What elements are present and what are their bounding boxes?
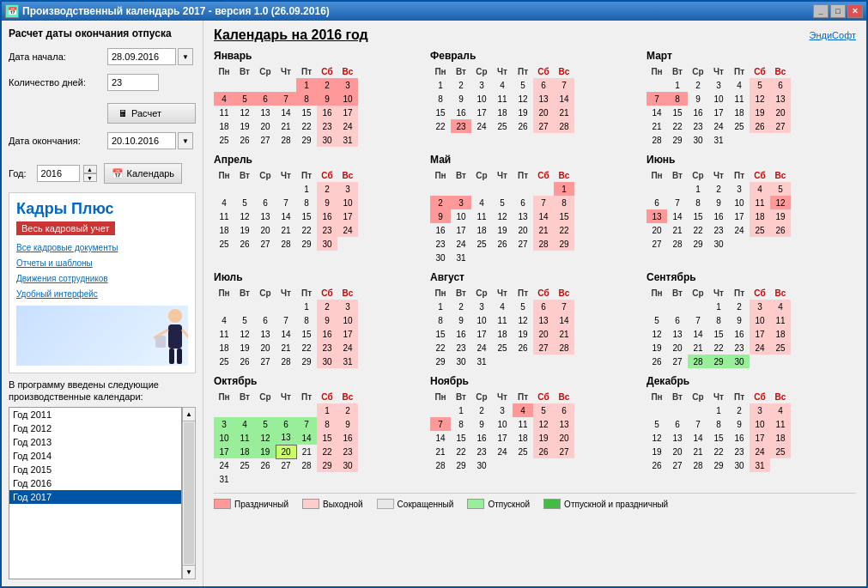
cal-day[interactable]: 26 xyxy=(234,237,255,251)
cal-day[interactable]: 9 xyxy=(729,313,750,327)
cal-day[interactable]: 28 xyxy=(533,237,554,251)
cal-day[interactable]: 20 xyxy=(667,445,688,458)
cal-day[interactable]: 1 xyxy=(317,403,337,417)
cal-day[interactable]: 10 xyxy=(729,196,750,209)
close-button[interactable]: ✕ xyxy=(847,4,863,18)
cal-day[interactable]: 18 xyxy=(729,106,750,119)
cal-day[interactable]: 21 xyxy=(667,223,688,237)
cal-day[interactable]: 13 xyxy=(255,106,276,119)
cal-day[interactable]: 11 xyxy=(729,92,750,106)
list-item-2014[interactable]: Год 2014 xyxy=(9,449,181,463)
cal-day[interactable]: 3 xyxy=(337,300,358,313)
cal-day[interactable]: 28 xyxy=(276,355,296,368)
cal-day[interactable]: 22 xyxy=(430,341,451,355)
cal-day[interactable]: 13 xyxy=(533,92,554,106)
cal-day[interactable]: 1 xyxy=(667,78,688,92)
cal-day[interactable]: 20 xyxy=(255,223,276,237)
cal-day[interactable]: 3 xyxy=(708,78,729,92)
scroll-up-button[interactable]: ▲ xyxy=(183,408,195,421)
cal-day[interactable]: 21 xyxy=(276,223,296,237)
cal-day[interactable]: 15 xyxy=(667,106,688,119)
cal-day[interactable]: 15 xyxy=(554,209,574,223)
cal-day[interactable]: 3 xyxy=(451,196,471,209)
cal-day[interactable]: 7 xyxy=(554,78,574,92)
cal-day[interactable]: 24 xyxy=(492,445,513,458)
cal-day[interactable]: 19 xyxy=(770,209,791,223)
cal-day[interactable]: 1 xyxy=(430,300,451,313)
cal-day[interactable]: 13 xyxy=(255,209,276,223)
cal-day[interactable]: 16 xyxy=(708,209,729,223)
calc-button[interactable]: 🖩 Расчет xyxy=(107,103,196,124)
cal-day[interactable]: 23 xyxy=(430,237,451,251)
list-item-2013[interactable]: Год 2013 xyxy=(9,435,181,449)
cal-day[interactable]: 5 xyxy=(646,417,667,431)
cal-day[interactable]: 6 xyxy=(646,196,667,209)
cal-day[interactable]: 5 xyxy=(255,417,276,431)
cal-day[interactable]: 18 xyxy=(770,327,791,341)
promo-link-1[interactable]: Все кадровые документы xyxy=(16,240,188,256)
cal-day[interactable]: 25 xyxy=(750,223,770,237)
cal-day[interactable]: 13 xyxy=(667,431,688,445)
cal-day[interactable]: 30 xyxy=(337,458,358,472)
cal-day[interactable]: 9 xyxy=(317,92,337,106)
days-field[interactable] xyxy=(107,74,159,91)
cal-day[interactable]: 21 xyxy=(688,341,708,355)
cal-day[interactable]: 20 xyxy=(646,223,667,237)
cal-day[interactable]: 1 xyxy=(296,182,317,196)
cal-day[interactable]: 19 xyxy=(750,106,770,119)
year-down[interactable]: ▼ xyxy=(83,173,97,182)
cal-day[interactable]: 9 xyxy=(471,417,492,431)
cal-day[interactable]: 30 xyxy=(688,133,708,147)
cal-day[interactable]: 28 xyxy=(688,355,708,368)
cal-day[interactable]: 15 xyxy=(317,431,337,445)
cal-day[interactable]: 11 xyxy=(513,417,533,431)
cal-day[interactable]: 14 xyxy=(554,92,574,106)
cal-day[interactable]: 22 xyxy=(430,119,451,133)
cal-day[interactable]: 10 xyxy=(708,92,729,106)
cal-day[interactable]: 15 xyxy=(688,209,708,223)
cal-day[interactable]: 7 xyxy=(667,196,688,209)
cal-day[interactable]: 4 xyxy=(471,196,492,209)
cal-day[interactable]: 16 xyxy=(729,431,750,445)
cal-day[interactable]: 2 xyxy=(317,182,337,196)
cal-day[interactable]: 24 xyxy=(451,237,471,251)
cal-day[interactable]: 29 xyxy=(667,133,688,147)
cal-day[interactable]: 11 xyxy=(492,313,513,327)
cal-day[interactable]: 21 xyxy=(646,119,667,133)
cal-day[interactable]: 3 xyxy=(337,78,358,92)
cal-day[interactable]: 26 xyxy=(234,355,255,368)
cal-day[interactable]: 9 xyxy=(317,196,337,209)
cal-day[interactable]: 8 xyxy=(708,417,729,431)
cal-day[interactable]: 14 xyxy=(688,327,708,341)
cal-day[interactable]: 9 xyxy=(430,209,451,223)
cal-day[interactable]: 10 xyxy=(471,313,492,327)
cal-day[interactable]: 9 xyxy=(337,417,358,431)
cal-day[interactable]: 24 xyxy=(729,223,750,237)
cal-day[interactable]: 5 xyxy=(234,196,255,209)
cal-day[interactable]: 2 xyxy=(337,403,358,417)
cal-day[interactable]: 27 xyxy=(770,119,791,133)
cal-day[interactable]: 13 xyxy=(255,327,276,341)
cal-day[interactable]: 29 xyxy=(296,133,317,147)
cal-day[interactable]: 26 xyxy=(750,119,770,133)
endi-link[interactable]: ЭндиСофт xyxy=(810,30,856,40)
cal-day[interactable]: 26 xyxy=(255,458,276,472)
cal-day[interactable]: 17 xyxy=(708,106,729,119)
cal-day[interactable]: 20 xyxy=(533,106,554,119)
cal-day[interactable]: 25 xyxy=(492,341,513,355)
cal-day[interactable]: 20 xyxy=(255,119,276,133)
cal-day[interactable]: 6 xyxy=(667,417,688,431)
cal-day[interactable]: 15 xyxy=(296,327,317,341)
cal-day[interactable]: 17 xyxy=(750,327,770,341)
cal-day[interactable]: 1 xyxy=(708,300,729,313)
cal-day[interactable]: 21 xyxy=(554,106,574,119)
cal-day[interactable]: 16 xyxy=(688,106,708,119)
cal-day[interactable]: 27 xyxy=(513,237,533,251)
cal-day[interactable]: 23 xyxy=(317,223,337,237)
cal-day[interactable]: 3 xyxy=(750,403,770,417)
cal-day[interactable]: 11 xyxy=(492,92,513,106)
cal-day[interactable]: 8 xyxy=(688,196,708,209)
cal-day[interactable]: 22 xyxy=(296,341,317,355)
cal-day[interactable]: 2 xyxy=(471,403,492,417)
cal-day[interactable]: 22 xyxy=(451,445,471,458)
